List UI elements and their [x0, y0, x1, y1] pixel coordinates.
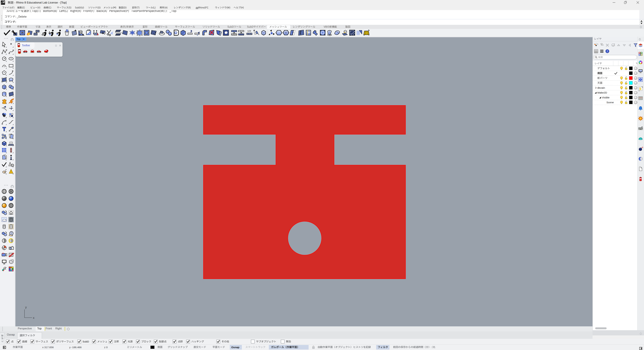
svg-text:?: ?	[640, 78, 641, 81]
svg-text:y: y	[25, 306, 27, 309]
svg-text:?: ?	[607, 50, 608, 53]
svg-text:x: x	[33, 316, 34, 320]
